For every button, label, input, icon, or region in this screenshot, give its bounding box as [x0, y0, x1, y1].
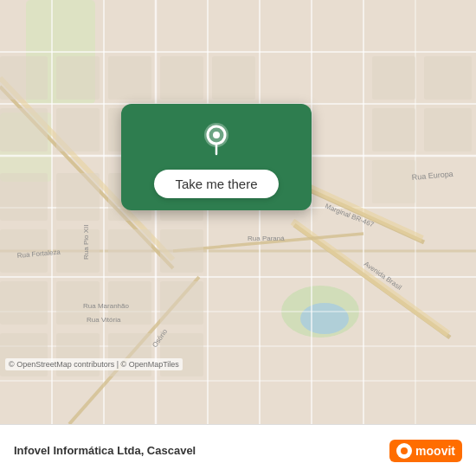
svg-rect-50 [212, 56, 255, 100]
svg-rect-30 [0, 173, 48, 221]
svg-rect-57 [372, 108, 415, 151]
svg-rect-55 [372, 56, 415, 100]
svg-rect-41 [160, 229, 203, 273]
svg-point-71 [213, 132, 220, 138]
svg-point-4 [300, 303, 349, 334]
place-name: Infovel Informática Ltda, Cascavel [14, 444, 196, 457]
svg-rect-31 [56, 173, 100, 221]
take-me-there-button[interactable]: Take me there [154, 170, 278, 198]
svg-rect-46 [0, 56, 48, 100]
svg-rect-51 [0, 108, 48, 151]
svg-rect-56 [424, 56, 472, 100]
svg-rect-40 [108, 229, 151, 273]
svg-rect-47 [56, 56, 100, 100]
svg-text:Rua Pio XII: Rua Pio XII [82, 225, 90, 260]
location-pin-icon [197, 119, 235, 158]
svg-rect-59 [372, 160, 415, 203]
svg-rect-33 [56, 229, 100, 273]
take-me-there-card: Take me there [121, 104, 312, 210]
moovit-badge: moovit [389, 440, 462, 462]
map-attribution: © OpenStreetMap contributors | © OpenMap… [5, 358, 183, 370]
svg-rect-58 [424, 108, 472, 151]
moovit-icon [396, 443, 412, 459]
moovit-label: moovit [415, 444, 455, 458]
moovit-logo: moovit [389, 440, 462, 462]
svg-rect-52 [56, 108, 100, 151]
svg-rect-48 [108, 56, 151, 100]
svg-rect-43 [160, 281, 203, 325]
moovit-dot [401, 447, 408, 454]
svg-text:Rua Vitória: Rua Vitória [87, 316, 121, 324]
svg-rect-34 [0, 281, 48, 325]
map-container: Rua Europa Marginal BR-467 Avenida Brasi… [0, 0, 476, 424]
svg-text:Rua Maranhão: Rua Maranhão [83, 302, 129, 310]
bottom-bar: Infovel Informática Ltda, Cascavel moovi… [0, 424, 476, 476]
svg-rect-49 [160, 56, 203, 100]
svg-text:Rua Paraná: Rua Paraná [248, 235, 285, 242]
